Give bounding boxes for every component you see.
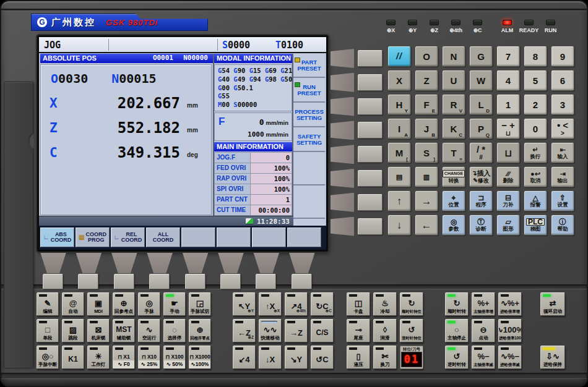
feed-override-down-button[interactable]: ∿%−进给倍率减 [498, 346, 522, 369]
key-z[interactable]: Z [415, 70, 438, 91]
cycle-start-button[interactable]: ⇄循环启动 [540, 292, 565, 316]
key-f-e[interactable]: FE [415, 94, 438, 115]
jog-y-down-right-button[interactable]: ↘Y [285, 346, 308, 369]
right-softkey-8[interactable] [358, 218, 383, 235]
jog-x-down-button[interactable]: ↓X [259, 346, 282, 369]
manual-mode-button[interactable]: ☛手动 [163, 292, 186, 316]
bottom-softkey-8[interactable] [292, 274, 312, 289]
block-skip-button[interactable]: ▨跳段 [62, 319, 84, 342]
diagnosis-key[interactable]: Ⓣ诊断 [469, 215, 493, 236]
bottom-softkey-3[interactable] [114, 274, 134, 289]
right-softkey-3[interactable] [358, 98, 383, 115]
optional-stop-button[interactable]: ◌选择停 [163, 319, 186, 342]
help-key[interactable]: ⓘ帮助 [551, 215, 574, 236]
right-softkey-4[interactable] [358, 122, 383, 138]
machine-lock-button[interactable]: ⊠机床锁 [87, 319, 110, 342]
aux-lock-button[interactable]: MST辅助锁 [113, 319, 135, 342]
key-7[interactable]: 7 [496, 46, 520, 67]
mdi-mode-button[interactable]: ▣MDI [87, 292, 110, 316]
key-k-c[interactable]: KC [442, 118, 465, 139]
tailstock-button[interactable]: ⊸尾座 [347, 319, 370, 342]
spindle-override-down-button[interactable]: %−主轴倍率减 [472, 346, 495, 369]
key-6[interactable]: 6 [551, 70, 574, 91]
cursor-up-key[interactable]: ↑ [387, 190, 411, 211]
lubrication-button[interactable]: ◊润滑 [373, 319, 397, 342]
tool-offset-key[interactable]: ⊟刀补 [496, 190, 520, 211]
change-key[interactable]: CHANGE转换 [442, 166, 465, 187]
key-n[interactable]: N [442, 46, 465, 67]
output-key[interactable]: ⇥输出 [551, 166, 574, 187]
program-zero-return-button[interactable]: ⊕回程序零点 [189, 319, 211, 342]
cursor-left-key[interactable]: ← [415, 215, 438, 236]
tab-empty-8[interactable] [287, 228, 321, 247]
jog-c-ccw-button[interactable]: ↺C [311, 346, 334, 369]
setting-key[interactable]: ⇧设置 [551, 190, 574, 211]
graphic-key[interactable]: ▱图形 [496, 215, 520, 236]
tab-empty-6[interactable] [217, 228, 251, 247]
jog-4th-up-right-button[interactable]: ↗4⊕4th [285, 292, 308, 316]
process-setting-button[interactable]: PROCESSSETTING [293, 104, 325, 127]
feed-hold-button[interactable]: ⇩∿进给保持 [540, 346, 565, 369]
ref-point-return-button[interactable]: ⊕回参考点 [113, 292, 135, 316]
sign-key[interactable]: − +⊔ [496, 118, 520, 139]
position-key[interactable]: ⌖位置 [442, 190, 465, 211]
key-l-d[interactable]: LD [469, 94, 493, 115]
right-softkey-2[interactable] [358, 74, 383, 91]
jog-z-left-button[interactable]: ←Z⊕Z [233, 319, 256, 342]
feed-override-up-button[interactable]: ∿%+进给倍率增 [498, 292, 522, 316]
handwheel-mode-button[interactable]: ◎手脉 [138, 292, 160, 316]
spindle-override-up-button[interactable]: %+主轴倍率增 [472, 292, 495, 316]
space-key[interactable]: ⊔ [496, 142, 520, 163]
single-block-button[interactable]: □单段 [37, 319, 59, 342]
handwheel-trial-button[interactable]: ◲手脉试切 [189, 292, 211, 316]
key-h-y[interactable]: HY [387, 94, 411, 115]
page-down-key[interactable]: ▥ [415, 166, 438, 187]
increment-x1000-button[interactable]: ⊓ X1000∿100% [189, 346, 211, 369]
cursor-down-key[interactable]: ↓ [387, 215, 411, 236]
spindle-cw-button[interactable]: ↻顺时针转 [445, 292, 469, 316]
key-t[interactable]: T= [442, 142, 465, 163]
jog-z-right-button[interactable]: →Z [285, 319, 308, 342]
key-j-b[interactable]: JB [415, 118, 438, 139]
tab-abs-coord[interactable]: ∟ABSCOORD [40, 228, 74, 247]
right-softkey-7[interactable] [358, 194, 383, 211]
chuck-button[interactable]: ◫卡盘 [347, 292, 370, 316]
key-8[interactable]: 8 [524, 46, 547, 67]
increment-x1-button[interactable]: ⊓ X1∿ F0 [113, 346, 135, 369]
key-0[interactable]: 0 [524, 118, 547, 139]
run-preset-button[interactable]: RUNPRESET [293, 79, 325, 103]
key-1[interactable]: 1 [496, 94, 520, 115]
bottom-softkey-2[interactable] [78, 274, 98, 289]
turret-cw-button[interactable]: ↻顺时针转位 [400, 292, 423, 316]
turret-ccw-button[interactable]: ↺逆时针转位 [400, 319, 423, 342]
key-o[interactable]: O [415, 46, 438, 67]
key-2[interactable]: 2 [524, 94, 547, 115]
edit-mode-button[interactable]: ✎编辑 [37, 292, 59, 316]
jog-x-up-button[interactable]: ↑X⊕X [259, 292, 282, 316]
spindle-stop-button[interactable]: ○主轴停止 [445, 319, 469, 342]
slash-pound-key[interactable]: / *# [469, 142, 493, 163]
page-up-key[interactable]: ▤ [387, 166, 411, 187]
tab-all-coord[interactable]: ALLCOORD [146, 228, 180, 247]
jog-4th-down-left-button[interactable]: ↙4 [233, 346, 256, 369]
key-w[interactable]: W [469, 70, 493, 91]
cs-switch-button[interactable]: C/S [311, 319, 334, 342]
cursor-right-key[interactable]: → [415, 190, 438, 211]
key-r-v[interactable]: RV [442, 94, 465, 115]
right-softkey-5[interactable] [358, 146, 383, 163]
insert-modify-key[interactable]: ↴插入✎修改 [469, 166, 493, 187]
hydraulic-button[interactable]: ▯液压 [347, 346, 370, 369]
key-5[interactable]: 5 [524, 70, 547, 91]
bottom-softkey-1[interactable] [43, 274, 63, 289]
tab-coord-prog[interactable]: ▤COORDPROG [76, 228, 110, 247]
point-key[interactable]: • <> [551, 118, 574, 139]
spindle-jog-button[interactable]: ⊖点动 [472, 319, 495, 342]
key-u[interactable]: U [442, 70, 465, 91]
bottom-softkey-7[interactable] [256, 274, 276, 289]
bottom-softkey-5[interactable] [185, 274, 205, 289]
right-softkey-6[interactable] [358, 170, 383, 187]
key-p-q[interactable]: PQ [469, 118, 493, 139]
increment-x100-button[interactable]: ⊓ X100∿ 50% [163, 346, 186, 369]
alarm-key[interactable]: △报警 [524, 190, 547, 211]
part-preset-button[interactable]: PARTPRESET [293, 54, 325, 78]
